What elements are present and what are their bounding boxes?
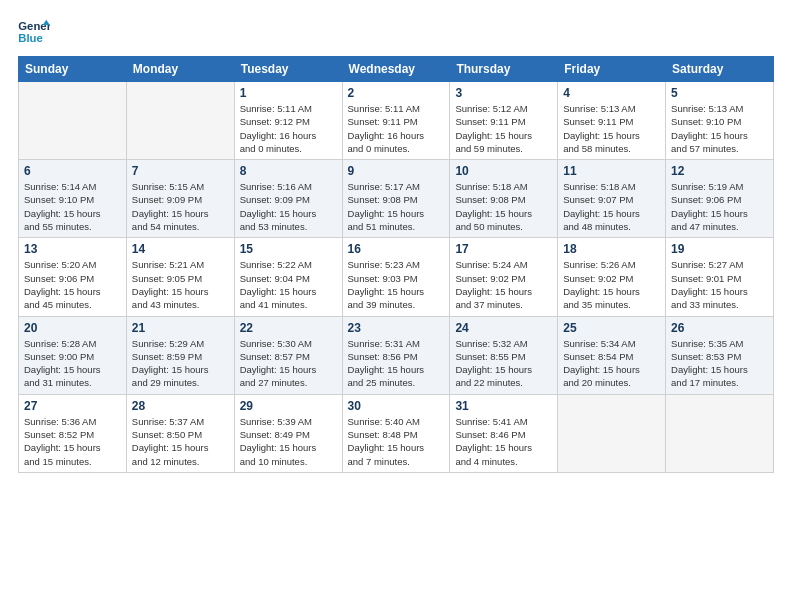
weekday-header-row: SundayMondayTuesdayWednesdayThursdayFrid… — [19, 57, 774, 82]
day-info: Sunrise: 5:16 AMSunset: 9:09 PMDaylight:… — [240, 180, 337, 233]
calendar-cell: 20Sunrise: 5:28 AMSunset: 9:00 PMDayligh… — [19, 316, 127, 394]
calendar-cell — [126, 82, 234, 160]
weekday-wednesday: Wednesday — [342, 57, 450, 82]
day-info: Sunrise: 5:15 AMSunset: 9:09 PMDaylight:… — [132, 180, 229, 233]
day-number: 26 — [671, 321, 768, 335]
logo-icon: General Blue — [18, 18, 50, 46]
calendar-cell: 31Sunrise: 5:41 AMSunset: 8:46 PMDayligh… — [450, 394, 558, 472]
day-number: 5 — [671, 86, 768, 100]
weekday-monday: Monday — [126, 57, 234, 82]
svg-text:Blue: Blue — [18, 32, 43, 44]
day-info: Sunrise: 5:30 AMSunset: 8:57 PMDaylight:… — [240, 337, 337, 390]
calendar-cell: 17Sunrise: 5:24 AMSunset: 9:02 PMDayligh… — [450, 238, 558, 316]
page: General Blue SundayMondayTuesdayWednesda… — [0, 0, 792, 612]
day-number: 13 — [24, 242, 121, 256]
calendar-week-5: 27Sunrise: 5:36 AMSunset: 8:52 PMDayligh… — [19, 394, 774, 472]
day-number: 14 — [132, 242, 229, 256]
calendar-cell: 8Sunrise: 5:16 AMSunset: 9:09 PMDaylight… — [234, 160, 342, 238]
calendar-cell: 10Sunrise: 5:18 AMSunset: 9:08 PMDayligh… — [450, 160, 558, 238]
day-number: 7 — [132, 164, 229, 178]
day-info: Sunrise: 5:12 AMSunset: 9:11 PMDaylight:… — [455, 102, 552, 155]
day-number: 1 — [240, 86, 337, 100]
day-info: Sunrise: 5:24 AMSunset: 9:02 PMDaylight:… — [455, 258, 552, 311]
day-info: Sunrise: 5:31 AMSunset: 8:56 PMDaylight:… — [348, 337, 445, 390]
day-info: Sunrise: 5:11 AMSunset: 9:12 PMDaylight:… — [240, 102, 337, 155]
calendar-week-3: 13Sunrise: 5:20 AMSunset: 9:06 PMDayligh… — [19, 238, 774, 316]
calendar-week-4: 20Sunrise: 5:28 AMSunset: 9:00 PMDayligh… — [19, 316, 774, 394]
calendar-cell: 29Sunrise: 5:39 AMSunset: 8:49 PMDayligh… — [234, 394, 342, 472]
calendar-cell: 13Sunrise: 5:20 AMSunset: 9:06 PMDayligh… — [19, 238, 127, 316]
calendar-cell — [19, 82, 127, 160]
header: General Blue — [18, 18, 774, 46]
calendar-cell: 19Sunrise: 5:27 AMSunset: 9:01 PMDayligh… — [666, 238, 774, 316]
day-number: 11 — [563, 164, 660, 178]
calendar-cell: 2Sunrise: 5:11 AMSunset: 9:11 PMDaylight… — [342, 82, 450, 160]
day-info: Sunrise: 5:35 AMSunset: 8:53 PMDaylight:… — [671, 337, 768, 390]
calendar-cell: 12Sunrise: 5:19 AMSunset: 9:06 PMDayligh… — [666, 160, 774, 238]
calendar-cell: 30Sunrise: 5:40 AMSunset: 8:48 PMDayligh… — [342, 394, 450, 472]
calendar-cell: 23Sunrise: 5:31 AMSunset: 8:56 PMDayligh… — [342, 316, 450, 394]
day-info: Sunrise: 5:18 AMSunset: 9:07 PMDaylight:… — [563, 180, 660, 233]
calendar-cell: 28Sunrise: 5:37 AMSunset: 8:50 PMDayligh… — [126, 394, 234, 472]
weekday-friday: Friday — [558, 57, 666, 82]
day-number: 20 — [24, 321, 121, 335]
calendar-week-2: 6Sunrise: 5:14 AMSunset: 9:10 PMDaylight… — [19, 160, 774, 238]
calendar-cell: 24Sunrise: 5:32 AMSunset: 8:55 PMDayligh… — [450, 316, 558, 394]
day-number: 8 — [240, 164, 337, 178]
day-info: Sunrise: 5:11 AMSunset: 9:11 PMDaylight:… — [348, 102, 445, 155]
day-info: Sunrise: 5:29 AMSunset: 8:59 PMDaylight:… — [132, 337, 229, 390]
day-number: 6 — [24, 164, 121, 178]
calendar-cell: 11Sunrise: 5:18 AMSunset: 9:07 PMDayligh… — [558, 160, 666, 238]
day-number: 25 — [563, 321, 660, 335]
calendar-cell: 14Sunrise: 5:21 AMSunset: 9:05 PMDayligh… — [126, 238, 234, 316]
day-number: 28 — [132, 399, 229, 413]
weekday-thursday: Thursday — [450, 57, 558, 82]
day-number: 9 — [348, 164, 445, 178]
calendar-cell: 1Sunrise: 5:11 AMSunset: 9:12 PMDaylight… — [234, 82, 342, 160]
day-info: Sunrise: 5:36 AMSunset: 8:52 PMDaylight:… — [24, 415, 121, 468]
day-number: 31 — [455, 399, 552, 413]
day-info: Sunrise: 5:41 AMSunset: 8:46 PMDaylight:… — [455, 415, 552, 468]
day-number: 23 — [348, 321, 445, 335]
weekday-sunday: Sunday — [19, 57, 127, 82]
day-number: 27 — [24, 399, 121, 413]
day-info: Sunrise: 5:17 AMSunset: 9:08 PMDaylight:… — [348, 180, 445, 233]
day-info: Sunrise: 5:22 AMSunset: 9:04 PMDaylight:… — [240, 258, 337, 311]
day-number: 18 — [563, 242, 660, 256]
day-info: Sunrise: 5:23 AMSunset: 9:03 PMDaylight:… — [348, 258, 445, 311]
day-number: 29 — [240, 399, 337, 413]
calendar-cell: 16Sunrise: 5:23 AMSunset: 9:03 PMDayligh… — [342, 238, 450, 316]
calendar-cell: 18Sunrise: 5:26 AMSunset: 9:02 PMDayligh… — [558, 238, 666, 316]
day-info: Sunrise: 5:13 AMSunset: 9:10 PMDaylight:… — [671, 102, 768, 155]
day-number: 16 — [348, 242, 445, 256]
weekday-saturday: Saturday — [666, 57, 774, 82]
day-info: Sunrise: 5:14 AMSunset: 9:10 PMDaylight:… — [24, 180, 121, 233]
day-info: Sunrise: 5:18 AMSunset: 9:08 PMDaylight:… — [455, 180, 552, 233]
calendar-week-1: 1Sunrise: 5:11 AMSunset: 9:12 PMDaylight… — [19, 82, 774, 160]
day-number: 30 — [348, 399, 445, 413]
day-info: Sunrise: 5:26 AMSunset: 9:02 PMDaylight:… — [563, 258, 660, 311]
calendar-cell: 27Sunrise: 5:36 AMSunset: 8:52 PMDayligh… — [19, 394, 127, 472]
day-number: 4 — [563, 86, 660, 100]
day-number: 15 — [240, 242, 337, 256]
calendar-cell: 3Sunrise: 5:12 AMSunset: 9:11 PMDaylight… — [450, 82, 558, 160]
day-info: Sunrise: 5:13 AMSunset: 9:11 PMDaylight:… — [563, 102, 660, 155]
day-info: Sunrise: 5:21 AMSunset: 9:05 PMDaylight:… — [132, 258, 229, 311]
day-number: 24 — [455, 321, 552, 335]
day-number: 22 — [240, 321, 337, 335]
day-info: Sunrise: 5:19 AMSunset: 9:06 PMDaylight:… — [671, 180, 768, 233]
calendar-cell: 26Sunrise: 5:35 AMSunset: 8:53 PMDayligh… — [666, 316, 774, 394]
day-info: Sunrise: 5:32 AMSunset: 8:55 PMDaylight:… — [455, 337, 552, 390]
calendar-cell — [558, 394, 666, 472]
day-info: Sunrise: 5:39 AMSunset: 8:49 PMDaylight:… — [240, 415, 337, 468]
day-number: 21 — [132, 321, 229, 335]
day-info: Sunrise: 5:27 AMSunset: 9:01 PMDaylight:… — [671, 258, 768, 311]
calendar-cell: 4Sunrise: 5:13 AMSunset: 9:11 PMDaylight… — [558, 82, 666, 160]
calendar-cell: 15Sunrise: 5:22 AMSunset: 9:04 PMDayligh… — [234, 238, 342, 316]
logo: General Blue — [18, 18, 50, 46]
calendar-table: SundayMondayTuesdayWednesdayThursdayFrid… — [18, 56, 774, 473]
calendar-cell: 5Sunrise: 5:13 AMSunset: 9:10 PMDaylight… — [666, 82, 774, 160]
day-number: 19 — [671, 242, 768, 256]
day-info: Sunrise: 5:40 AMSunset: 8:48 PMDaylight:… — [348, 415, 445, 468]
calendar-cell: 6Sunrise: 5:14 AMSunset: 9:10 PMDaylight… — [19, 160, 127, 238]
